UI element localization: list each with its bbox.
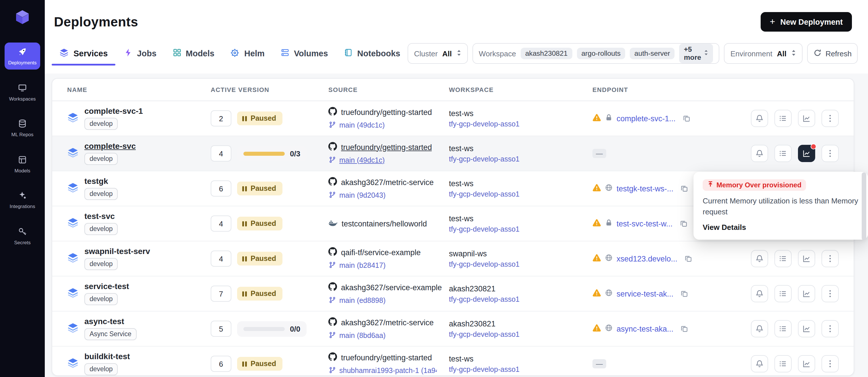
- alerts-button[interactable]: [751, 250, 768, 267]
- source-repo-link[interactable]: akashg3627/metric-service: [341, 318, 434, 327]
- logs-button[interactable]: [774, 285, 792, 302]
- copy-endpoint-button[interactable]: [677, 182, 691, 195]
- alerts-button[interactable]: [751, 320, 768, 337]
- copy-endpoint-button[interactable]: [677, 322, 691, 336]
- sidebar-item-integrations[interactable]: Integrations: [5, 186, 40, 213]
- source-repo-link[interactable]: truefoundry/getting-started: [341, 143, 432, 151]
- endpoint-link[interactable]: testgk-test-ws-...: [617, 184, 673, 193]
- workspaces-icon: [18, 83, 27, 93]
- table-row[interactable]: complete-svc develop 4 0/3: [52, 136, 854, 171]
- progress-bar: [243, 151, 285, 155]
- tab-notebooks[interactable]: Notebooks: [337, 41, 408, 65]
- service-name-link[interactable]: buildkit-test: [84, 352, 130, 360]
- workspace-filter[interactable]: Workspace akash230821 argo-rollouts auth…: [472, 43, 720, 64]
- table-row[interactable]: swapnil-test-serv develop 4 Paused: [52, 241, 854, 277]
- source-branch-link[interactable]: main (49dc1c): [339, 121, 384, 129]
- endpoint-link[interactable]: complete-svc-1...: [617, 114, 676, 123]
- active-version-number: 4: [211, 145, 231, 162]
- view-details-link[interactable]: View Details: [703, 223, 859, 231]
- logs-button[interactable]: [774, 145, 792, 162]
- cluster-filter[interactable]: Cluster All: [408, 43, 468, 64]
- new-deployment-button[interactable]: + New Deployment: [761, 12, 852, 32]
- source-repo-link[interactable]: testcontainers/helloworld: [342, 219, 427, 228]
- sidebar-item-workspaces[interactable]: Workspaces: [5, 79, 40, 105]
- metrics-button[interactable]: [798, 320, 815, 337]
- alerts-button[interactable]: [751, 145, 768, 162]
- truefoundry-logo-icon[interactable]: [12, 7, 33, 28]
- alerts-button[interactable]: [751, 110, 768, 127]
- tab-jobs[interactable]: Jobs: [116, 41, 164, 65]
- source-branch-link[interactable]: main (b28417): [339, 261, 385, 269]
- service-name-link[interactable]: swapnil-test-serv: [84, 247, 150, 255]
- service-name-link[interactable]: test-svc: [84, 212, 115, 220]
- source-repo-link[interactable]: truefoundry/getting-started: [341, 353, 432, 362]
- rocket-icon: [18, 47, 27, 57]
- workspace-chip[interactable]: argo-rollouts: [577, 48, 625, 59]
- more-options-button[interactable]: [822, 250, 839, 267]
- alerts-button[interactable]: [751, 285, 768, 302]
- table-row[interactable]: buildkit-test develop 6 Paused: [52, 347, 854, 376]
- logs-button[interactable]: [774, 250, 792, 267]
- metrics-button[interactable]: [798, 145, 815, 162]
- tab-volumes[interactable]: Volumes: [273, 41, 336, 65]
- sidebar-item-ml-repos[interactable]: ML Repos: [5, 114, 40, 141]
- service-name-link[interactable]: service-test: [84, 282, 129, 290]
- source-repo-link[interactable]: akashg3627/metric-service: [341, 178, 434, 186]
- metrics-button[interactable]: [798, 285, 815, 302]
- source-branch-link[interactable]: main (ed8898): [339, 296, 385, 304]
- metrics-button[interactable]: [798, 110, 815, 127]
- paused-status-badge: Paused: [237, 112, 282, 125]
- sidebar-item-models[interactable]: Models: [5, 150, 40, 177]
- page-title: Deployments: [54, 14, 138, 30]
- logs-button[interactable]: [774, 355, 792, 372]
- source-branch-link[interactable]: main (49dc1c): [339, 156, 384, 164]
- more-options-button[interactable]: [822, 110, 839, 127]
- endpoint-link[interactable]: service-test-ak...: [617, 289, 673, 298]
- active-version-number: 6: [211, 180, 231, 197]
- service-name-link[interactable]: complete-svc-1: [84, 107, 143, 115]
- metrics-button[interactable]: [798, 355, 815, 372]
- endpoint-link[interactable]: test-svc-test-w...: [617, 219, 673, 228]
- workspace-chip[interactable]: akash230821: [521, 48, 572, 59]
- git-branch-icon: [329, 295, 336, 306]
- table-row[interactable]: service-test develop 7 Paused: [52, 277, 854, 312]
- metrics-button[interactable]: [798, 250, 815, 267]
- source-branch-link[interactable]: main (9d2043): [339, 191, 385, 199]
- workspace-cluster: tfy-gcp-develop-asso1: [449, 260, 592, 268]
- vertical-scrollbar-thumb[interactable]: [862, 172, 866, 240]
- table-row[interactable]: async-test Async Service 5 0/0: [52, 312, 854, 347]
- sidebar-item-secrets[interactable]: Secrets: [5, 222, 40, 249]
- more-options-button[interactable]: [822, 355, 839, 372]
- source-branch-link[interactable]: main (8bd6aa): [339, 331, 385, 339]
- workspace-more-chip[interactable]: +5 more: [679, 44, 713, 63]
- copy-endpoint-button[interactable]: [677, 287, 691, 300]
- source-repo-link[interactable]: akashg3627/service-example: [341, 283, 442, 292]
- alerts-button[interactable]: [751, 355, 768, 372]
- more-options-button[interactable]: [822, 145, 839, 162]
- tab-helm[interactable]: Helm: [223, 41, 272, 65]
- service-name-link[interactable]: testgk: [84, 177, 108, 185]
- logs-button[interactable]: [774, 320, 792, 337]
- service-name-link[interactable]: complete-svc: [84, 142, 136, 150]
- table-row[interactable]: complete-svc-1 develop 2 Paused: [52, 101, 854, 136]
- endpoint-link[interactable]: xsed123.develo...: [617, 254, 677, 263]
- copy-endpoint-button[interactable]: [680, 112, 693, 125]
- workspace-chip[interactable]: auth-server: [630, 48, 675, 59]
- source-branch-link[interactable]: shubhamrai1993-patch-1 (1a94: [339, 366, 437, 374]
- service-name-link[interactable]: async-test: [84, 317, 124, 325]
- logs-button[interactable]: [774, 110, 792, 127]
- sidebar-item-deployments[interactable]: Deployments: [5, 42, 40, 69]
- more-options-button[interactable]: [822, 320, 839, 337]
- copy-endpoint-button[interactable]: [677, 217, 690, 230]
- source-repo-link[interactable]: truefoundry/getting-started: [341, 108, 432, 116]
- environment-filter[interactable]: Environment All: [724, 43, 803, 64]
- tab-services[interactable]: Services: [52, 41, 115, 65]
- endpoint-link[interactable]: async-test-aka...: [617, 324, 673, 333]
- more-options-button[interactable]: [822, 285, 839, 302]
- tab-models[interactable]: Models: [165, 41, 222, 65]
- source-branch-row: main (b28417): [329, 260, 449, 270]
- source-repo-link[interactable]: qaifi-tf/service-example: [341, 248, 421, 257]
- refresh-button[interactable]: Refresh: [807, 43, 858, 64]
- github-icon: [329, 107, 337, 118]
- copy-endpoint-button[interactable]: [681, 252, 695, 265]
